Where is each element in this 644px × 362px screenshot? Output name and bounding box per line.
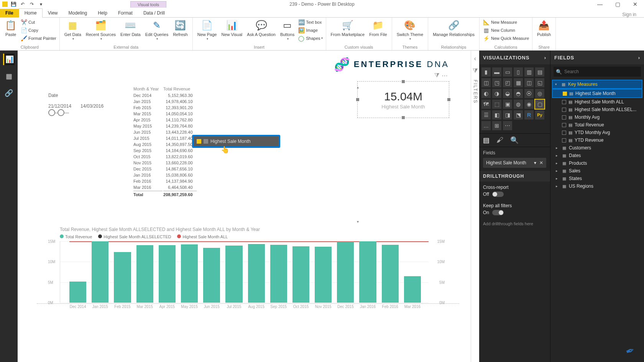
bar[interactable]: Feb 2015	[114, 252, 131, 303]
viz-type-icon[interactable]: ◨	[503, 110, 512, 120]
viz-type-icon[interactable]: ☰	[481, 110, 491, 120]
bar[interactable]: Jan 2015	[92, 241, 108, 303]
new-quick-measure-button[interactable]: ⚡New Quick Measure	[483, 35, 530, 42]
scroll-up-icon[interactable]: ▴	[355, 85, 360, 89]
paste-button[interactable]: 📋Paste	[2, 18, 19, 38]
format-painter-button[interactable]: 🖌️Format Painter	[20, 35, 57, 42]
chevron-right-icon[interactable]: ›	[544, 55, 546, 61]
tab-view[interactable]: View	[43, 9, 63, 17]
filters-pane-collapsed[interactable]: ‹ ⧩ FILTERS	[471, 51, 479, 362]
slider-thumb-right[interactable]	[58, 109, 64, 116]
table-row[interactable]: Nov 201513,660,228.00	[133, 160, 197, 165]
table-item[interactable]: ▸▦Customers	[552, 144, 642, 152]
table-row[interactable]: Feb 201614,137,984.90	[133, 179, 197, 184]
shapes-button[interactable]: ◯Shapes	[297, 35, 323, 42]
viz-type-icon[interactable]: 🗺	[481, 100, 491, 109]
bar[interactable]: Dec 2015	[337, 242, 354, 303]
ask-question-button[interactable]: 💬Ask A Question	[245, 18, 278, 38]
data-view-icon[interactable]: ▦	[3, 70, 15, 82]
bar[interactable]: Dec 2014	[69, 282, 86, 303]
maximize-button[interactable]: ▢	[609, 0, 626, 8]
bar[interactable]: Aug 2015	[248, 244, 265, 303]
new-visual-button[interactable]: 📊New Visual	[219, 18, 245, 38]
viz-type-icon[interactable]: ⋯	[503, 121, 512, 130]
measure-item[interactable]: ▤Highest Sale Month ALL	[552, 98, 642, 106]
manage-relationships-button[interactable]: 🔗Manage Relationships	[430, 18, 477, 38]
table-key-measures[interactable]: ▾▦Key Measures	[552, 80, 642, 89]
table-row[interactable]: Oct 201513,822,019.60	[133, 154, 197, 159]
slider-thumb-left[interactable]	[48, 109, 55, 116]
checkbox-icon[interactable]	[562, 108, 566, 112]
table-row[interactable]: Sep 201514,184,690.60	[133, 148, 197, 153]
fields-tab-icon[interactable]: ▤	[483, 136, 490, 144]
table-row[interactable]: Feb 201512,393,901.20	[133, 105, 197, 110]
recent-sources-button[interactable]: 🗂️Recent Sources	[84, 18, 118, 42]
bar[interactable]: Jun 2015	[203, 248, 220, 303]
table-item[interactable]: ▸▦Sales	[552, 167, 642, 175]
bar[interactable]: Feb 2016	[382, 245, 399, 303]
checkbox-icon[interactable]	[562, 100, 566, 104]
get-data-button[interactable]: ▦Get Data	[62, 18, 84, 42]
viz-type-icon[interactable]: …	[481, 121, 491, 130]
table-row[interactable]: Jul 201514,011,187.40	[133, 136, 197, 141]
drag-field-chip[interactable]: Highest Sale Month	[192, 135, 280, 148]
fields-header[interactable]: FIELDS›	[550, 51, 644, 64]
checkbox-icon[interactable]	[563, 92, 567, 96]
from-marketplace-button[interactable]: 🛒From Marketplace	[329, 18, 367, 38]
viz-type-icon[interactable]: ▢	[535, 100, 544, 109]
minimize-button[interactable]: —	[591, 0, 609, 8]
measure-item[interactable]: ▤YTD Monthly Avg	[552, 129, 642, 136]
viz-type-icon[interactable]: ◎	[535, 89, 544, 98]
viz-type-icon[interactable]: ◓	[514, 89, 523, 98]
date-slicer[interactable]: Date 21/12/2014 14/03/2016	[48, 93, 104, 113]
resize-handle[interactable]	[402, 80, 405, 83]
undo-icon[interactable]: ↶	[19, 1, 26, 8]
table-row[interactable]: Apr 201514,110,762.80	[133, 117, 197, 123]
field-well-item[interactable]: Highest Sale Month ▾✕	[483, 158, 546, 168]
viz-type-icon[interactable]: R	[524, 110, 534, 120]
table-item[interactable]: ▸▦Products	[552, 159, 642, 167]
table-row[interactable]: Jan 201514,978,406.10	[133, 99, 197, 104]
viz-type-icon[interactable]: ◱	[535, 78, 544, 87]
sign-in-link[interactable]: Sign in	[622, 10, 636, 17]
image-button[interactable]: 🖼️Image	[297, 27, 323, 34]
cross-report-toggle[interactable]	[492, 192, 504, 197]
resize-handle[interactable]	[447, 98, 450, 101]
card-visual[interactable]: 15.04M Highest Sale Month	[357, 81, 449, 118]
checkbox-icon[interactable]	[562, 131, 566, 135]
slicer-from[interactable]: 21/12/2014	[48, 103, 71, 109]
slicer-to[interactable]: 14/03/2016	[80, 103, 104, 109]
report-canvas[interactable]: 🧬 ENTERPRISE DNA ⧩ ⋯ 15.04M Highest Sale…	[18, 51, 471, 362]
table-row[interactable]: Dec 20145,152,963.30	[133, 93, 197, 98]
bar[interactable]: May 2015	[181, 244, 198, 303]
viz-type-icon[interactable]: ▥	[524, 67, 534, 77]
table-row[interactable]: Jan 201615,038,806.60	[133, 172, 197, 178]
table-visual[interactable]: Month & YearTotal Revenue Dec 20145,152,…	[133, 85, 197, 198]
table-row[interactable]: May 201514,239,764.80	[133, 123, 197, 129]
edit-queries-button[interactable]: ✎Edit Queries	[143, 18, 171, 42]
fields-search-input[interactable]	[554, 67, 641, 77]
bar[interactable]: Apr 2015	[159, 245, 176, 303]
table-row[interactable]: Jun 201513,443,228.40	[133, 129, 197, 135]
table-row[interactable]: Aug 201514,350,897.50	[133, 142, 197, 147]
chevron-right-icon[interactable]: ›	[638, 55, 640, 61]
expand-filters-icon[interactable]: ‹	[474, 55, 476, 62]
viz-type-icon[interactable]: Py	[535, 110, 544, 120]
format-tab-icon[interactable]: 🖌	[496, 136, 503, 144]
refresh-button[interactable]: 🔄Refresh	[171, 18, 190, 38]
viz-type-icon[interactable]: ◧	[492, 110, 501, 120]
tab-format[interactable]: Format	[113, 9, 138, 17]
checkbox-icon[interactable]	[562, 123, 566, 127]
checkbox-icon[interactable]	[562, 115, 566, 120]
viz-type-icon[interactable]: ◫	[524, 78, 534, 87]
col-month[interactable]: Month & Year	[133, 86, 163, 92]
measure-item[interactable]: ▤Highest Sale Month	[552, 89, 642, 98]
viz-type-icon[interactable]: ▮	[481, 67, 491, 77]
redo-icon[interactable]: ↷	[28, 1, 35, 8]
measure-item[interactable]: ▤Total Revenue	[552, 121, 642, 129]
table-scrollbar[interactable]: ▴ ▾	[355, 85, 360, 227]
visualizations-header[interactable]: VISUALIZATIONS›	[479, 51, 550, 64]
viz-type-icon[interactable]: ◉	[524, 100, 534, 109]
bar[interactable]: Jul 2015	[225, 246, 242, 303]
viz-type-icon[interactable]: ◫	[481, 78, 491, 87]
